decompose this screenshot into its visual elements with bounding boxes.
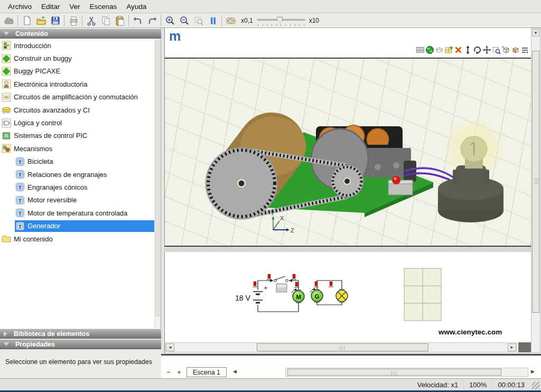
copy-icon[interactable] (98, 14, 113, 27)
remove-scene-button[interactable]: − (164, 368, 173, 377)
panel-header-biblioteca[interactable]: Biblioteca de elementos (0, 329, 161, 339)
scroll-down-icon[interactable]: ▼ (532, 29, 539, 36)
world-icon[interactable] (425, 45, 434, 55)
circuit-horizontal-scrollbar[interactable]: ◄ ► (165, 342, 517, 352)
bulb-3d[interactable] (438, 118, 505, 222)
main-vertical-scrollbar[interactable]: ▲ ▼ (531, 28, 540, 353)
scrollbar-thumb[interactable] (155, 41, 160, 316)
sidebar-item-motor-temperatura[interactable]: T Motor de temperatura controlada (0, 207, 154, 219)
redo-icon[interactable] (145, 14, 159, 27)
menu-archivo[interactable]: Archivo (3, 1, 36, 12)
sidebar-item-motor-reversible[interactable]: T Motor reversible (0, 194, 154, 207)
sidebar-item-logica-control[interactable]: Lógica y control (0, 116, 154, 129)
thumb-grip (534, 179, 538, 185)
pan-view-icon[interactable] (482, 45, 491, 55)
topic-icon: T (15, 195, 25, 205)
undo-icon[interactable] (130, 14, 145, 27)
watermark-text: www.cienytec.com (438, 328, 502, 336)
zoom-region-icon[interactable] (191, 14, 206, 27)
add-scene-button[interactable]: + (175, 368, 183, 377)
scrollbar-thumb[interactable] (287, 369, 501, 376)
sidebar-item-generador[interactable]: T Generador (0, 219, 154, 232)
tab-nav-right-icon[interactable]: ▶ (531, 369, 535, 374)
switch-symbol[interactable] (270, 276, 292, 292)
slider-ticks (258, 24, 304, 26)
sidebar-scrollbar[interactable] (154, 39, 161, 328)
zoom-out-icon[interactable] (177, 14, 191, 27)
scroll-right-icon[interactable]: ► (508, 343, 516, 351)
property-table[interactable] (404, 268, 441, 321)
speed-slider[interactable] (257, 17, 305, 24)
bulb-icon (2, 79, 11, 89)
3d-scene: Y X Z (165, 59, 531, 245)
slider-max-label: x10 (309, 17, 319, 24)
scrollbar-corner (518, 342, 531, 352)
pulley-small-3d[interactable] (331, 165, 363, 198)
lamp-symbol[interactable] (336, 290, 348, 302)
scrollbar-thumb[interactable] (532, 51, 539, 313)
paste-icon[interactable] (113, 14, 127, 27)
box-orbit-icon[interactable] (510, 45, 520, 55)
sheets-icon[interactable] (434, 45, 444, 55)
tab-nav-left-icon[interactable]: ◀ (233, 369, 237, 374)
cut-icon[interactable] (84, 14, 98, 27)
sidebar-item-relaciones-engranajes[interactable]: T Relaciones de engranajes (0, 168, 154, 181)
scene-horizontal-scrollbar[interactable] (285, 368, 528, 377)
zoom-in-icon[interactable] (163, 14, 177, 27)
sidebar-item-circuitos-amplificacion[interactable]: Circuitos de amplificación y conmutación (0, 91, 154, 104)
new-file-icon[interactable] (20, 14, 34, 27)
sidebar-item-mi-contenido[interactable]: Mi contenido (0, 232, 154, 245)
sidebar-item-introduccion[interactable]: Introducción (0, 39, 154, 52)
dither-icon[interactable] (415, 45, 425, 55)
save-icon[interactable] (48, 14, 62, 27)
motor-label: M (296, 294, 301, 300)
box-rotate-icon[interactable] (501, 45, 510, 55)
resize-grip[interactable] (532, 382, 539, 389)
tree-label: Sistemas de control PIC (14, 132, 87, 139)
sim-time-icon[interactable] (223, 14, 238, 27)
pulley-large-3d[interactable] (206, 147, 277, 219)
panel-header-contenido[interactable]: Contenido (0, 29, 161, 39)
gears-icon (2, 144, 11, 153)
menu-editar[interactable]: Editar (36, 1, 64, 12)
scrollbar-thumb[interactable] (257, 343, 428, 351)
document-header: m (164, 28, 531, 59)
svg-text:T: T (18, 211, 22, 216)
motor-symbol[interactable]: M (292, 288, 304, 303)
folder-icon (2, 234, 11, 244)
panel-header-propiedades[interactable]: Propiedades (0, 339, 161, 349)
generator-label: G (315, 293, 320, 300)
pause-icon[interactable] (206, 14, 220, 27)
layers-list-icon[interactable] (520, 45, 529, 55)
tab-escena-1[interactable]: Escena 1 (186, 367, 227, 377)
status-speed: Velocidad: x1 (412, 380, 463, 389)
sidebar-item-electronica[interactable]: Electrónica introductoria (0, 78, 154, 90)
delete-x-icon[interactable] (453, 45, 463, 55)
axis-x-label: X (280, 215, 284, 221)
menu-ver[interactable]: Ver (64, 1, 85, 12)
open-folder-icon[interactable] (34, 14, 48, 27)
sidebar-item-mecanismos[interactable]: Mecanismos (0, 142, 154, 155)
sidebar-item-sistemas-pic[interactable]: Sistemas de control PIC (0, 129, 154, 142)
menu-ayuda[interactable]: Ayuda (122, 1, 151, 12)
svg-text:T: T (18, 172, 22, 178)
rotate-view-icon[interactable] (472, 45, 482, 55)
fit-vertical-icon[interactable] (463, 45, 472, 55)
zoom-region-3d-icon[interactable] (491, 45, 501, 55)
sidebar-item-circuitos-avanzados[interactable]: Circuitos avanzados y CI (0, 104, 154, 116)
slider-thumb[interactable] (277, 17, 283, 24)
circuit-panel[interactable]: 18 V (164, 252, 531, 353)
battery-symbol[interactable]: 18 V (235, 286, 267, 303)
menu-bar: Archivo Editar Ver Escenas Ayuda (0, 0, 541, 13)
sidebar-item-bicicleta[interactable]: T Bicicleta (0, 155, 154, 168)
3d-view[interactable]: Y X Z (164, 59, 531, 247)
grid-add-icon[interactable] (444, 45, 453, 55)
tools-icon[interactable] (2, 14, 16, 27)
sidebar-item-engranajes-conicos[interactable]: T Engranajes cónicos (0, 181, 154, 193)
print-icon[interactable] (66, 14, 80, 27)
menu-escenas[interactable]: Escenas (85, 1, 122, 12)
sidebar-item-construir-buggy[interactable]: Construir un buggy (0, 52, 154, 64)
scroll-left-icon[interactable]: ◄ (166, 343, 174, 351)
sidebar-item-buggy-picaxe[interactable]: Buggy PICAXE (0, 65, 154, 78)
generator-symbol[interactable]: G (310, 288, 323, 302)
